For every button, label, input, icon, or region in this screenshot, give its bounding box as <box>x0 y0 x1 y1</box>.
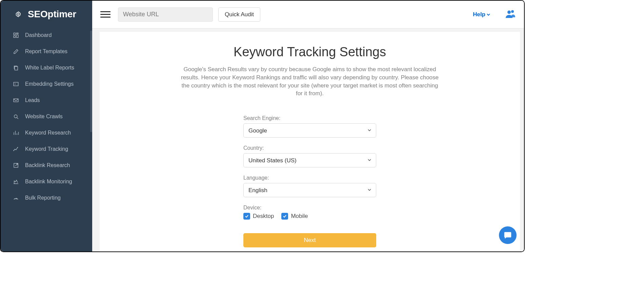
dashboard-icon <box>12 32 20 39</box>
svg-rect-5 <box>15 66 18 70</box>
edit-icon <box>12 48 20 55</box>
website-url-input[interactable] <box>118 7 213 22</box>
sidebar-item-label: Leads <box>25 97 40 103</box>
menu-toggle-icon[interactable] <box>100 9 110 20</box>
svg-point-9 <box>13 150 14 151</box>
svg-rect-3 <box>17 35 18 38</box>
copy-icon <box>12 64 20 72</box>
sidebar-item-white-label-reports[interactable]: White Label Reports <box>1 60 92 76</box>
svg-point-10 <box>17 147 18 148</box>
help-label: Help <box>473 11 485 18</box>
mobile-checkbox[interactable] <box>281 213 288 220</box>
desktop-label: Desktop <box>253 213 274 220</box>
page-description: Google's Search Results vary by country … <box>178 65 442 98</box>
svg-point-13 <box>511 10 514 13</box>
sidebar-item-backlink-research[interactable]: Backlink Research <box>1 157 92 174</box>
sidebar-item-label: Keyword Research <box>25 130 71 136</box>
svg-rect-4 <box>14 36 15 38</box>
sidebar-item-leads[interactable]: Leads <box>1 92 92 108</box>
chart-icon <box>12 178 20 185</box>
device-label: Device: <box>243 205 376 211</box>
chat-widget-icon[interactable] <box>499 226 517 244</box>
search-icon <box>12 113 20 120</box>
next-button[interactable]: Next <box>243 233 376 247</box>
sidebar-item-label: Dashboard <box>25 32 52 38</box>
sidebar-item-label: White Label Reports <box>25 65 74 71</box>
country-label: Country: <box>243 145 376 151</box>
page-title: Keyword Tracking Settings <box>234 45 386 59</box>
language-select[interactable]: English <box>243 183 376 197</box>
sidebar-item-website-crawls[interactable]: Website Crawls <box>1 108 92 125</box>
language-label: Language: <box>243 175 376 181</box>
sidebar-item-backlink-monitoring[interactable]: Backlink Monitoring <box>1 174 92 190</box>
country-select[interactable]: United States (US) <box>243 153 376 167</box>
sidebar-item-label: Backlink Monitoring <box>25 179 72 185</box>
svg-rect-1 <box>14 33 15 35</box>
svg-rect-7 <box>14 99 18 102</box>
sidebar-item-keyword-tracking[interactable]: Keyword Tracking <box>1 141 92 157</box>
gear-icon <box>12 8 24 20</box>
svg-point-12 <box>507 11 511 14</box>
svg-rect-2 <box>17 33 18 34</box>
content-area: Keyword Tracking Settings Google's Searc… <box>92 28 524 251</box>
settings-card: Keyword Tracking Settings Google's Searc… <box>100 32 520 251</box>
external-icon <box>12 162 20 169</box>
main: Quick Audit Help Keyword Tracking Settin… <box>92 1 524 251</box>
sidebar-item-label: Keyword Tracking <box>25 146 68 152</box>
line-icon <box>12 145 20 153</box>
sidebar-item-label: Website Crawls <box>25 114 63 120</box>
mobile-label: Mobile <box>291 213 308 220</box>
sidebar-item-embedding-settings[interactable]: Embedding Settings <box>1 76 92 92</box>
topbar: Quick Audit Help <box>92 1 524 28</box>
svg-point-0 <box>18 14 19 15</box>
sidebar-item-bulk-reporting[interactable]: Bulk Reporting <box>1 190 92 206</box>
brand-logo[interactable]: SEOptimer <box>1 4 92 27</box>
sidebar-item-label: Embedding Settings <box>25 81 74 87</box>
sidebar-item-label: Report Templates <box>25 48 67 55</box>
settings-form: Search Engine: Google Country: Uni <box>243 115 376 247</box>
search-engine-select[interactable]: Google <box>243 123 376 138</box>
sidebar-item-label: Bulk Reporting <box>25 195 61 201</box>
mail-icon <box>12 97 20 104</box>
help-dropdown[interactable]: Help <box>473 11 490 18</box>
embed-icon <box>12 80 20 88</box>
svg-point-8 <box>14 115 17 118</box>
sidebar-item-keyword-research[interactable]: Keyword Research <box>1 125 92 141</box>
caret-down-icon <box>487 11 490 18</box>
sidebar-item-dashboard[interactable]: Dashboard <box>1 27 92 43</box>
search-engine-label: Search Engine: <box>243 115 376 121</box>
quick-audit-button[interactable]: Quick Audit <box>218 7 260 22</box>
user-profile-icon[interactable] <box>505 9 516 20</box>
svg-rect-6 <box>14 82 18 86</box>
bar-icon <box>12 129 20 137</box>
sidebar-item-report-templates[interactable]: Report Templates <box>1 43 92 60</box>
brand-name: SEOptimer <box>28 9 76 20</box>
sidebar: SEOptimer DashboardReport TemplatesWhite… <box>1 1 92 251</box>
sidebar-item-label: Backlink Research <box>25 162 70 168</box>
gauge-icon <box>12 194 20 202</box>
desktop-checkbox[interactable] <box>243 213 250 220</box>
